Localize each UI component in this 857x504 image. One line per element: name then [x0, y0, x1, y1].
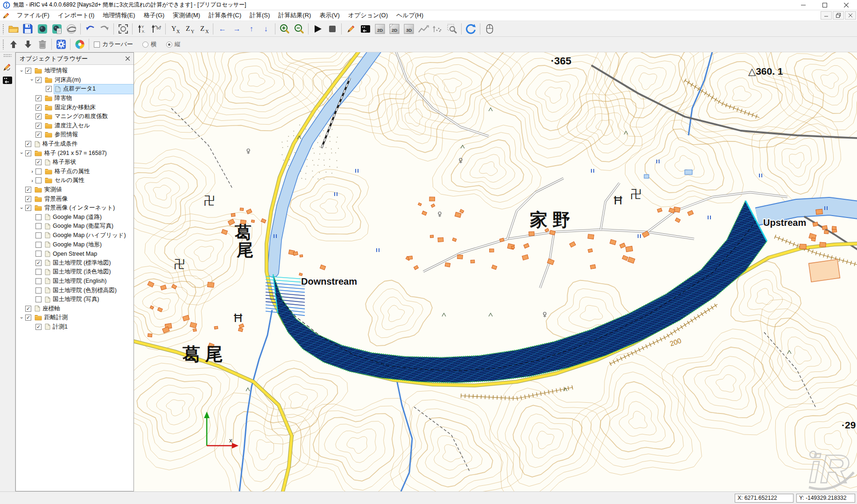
visibility-checkbox[interactable]: ✓ — [35, 77, 42, 83]
visibility-checkbox[interactable]: ✓ — [25, 187, 31, 193]
tree-row[interactable]: ›✓地理情報 — [16, 66, 133, 76]
tree-row[interactable]: ✓マニングの粗度係数 — [16, 112, 133, 121]
collapse-icon[interactable]: › — [29, 77, 35, 83]
tree-item[interactable]: 参照情報 — [44, 130, 133, 140]
view-zx-plane-button[interactable]: ZX — [197, 22, 211, 35]
visibility-checkbox[interactable]: ✓ — [25, 150, 31, 156]
close-button[interactable] — [836, 0, 857, 10]
pan-left-button[interactable]: ← — [215, 22, 230, 35]
tree-row[interactable]: ✓座標軸 — [16, 304, 133, 313]
menu-file[interactable]: ファイル(F) — [13, 10, 54, 21]
visibility-checkbox[interactable]: ✓ — [25, 315, 31, 321]
tree-row[interactable]: ›✓背景画像 (インターネット) — [16, 203, 133, 213]
delete-item-button[interactable] — [35, 38, 49, 51]
tree-item[interactable]: 格子形状 — [44, 158, 133, 167]
snapshot-button[interactable] — [35, 22, 49, 35]
tree-item[interactable]: 格子生成条件 — [34, 140, 133, 149]
visibility-checkbox[interactable]: ✓ — [35, 95, 42, 101]
visibility-checkbox[interactable]: ✓ — [35, 324, 42, 330]
visibility-checkbox[interactable]: ✓ — [35, 260, 42, 266]
menu-simulation[interactable]: 計算(S) — [246, 10, 274, 21]
tree-item[interactable]: 国土地理院 (写真) — [44, 295, 133, 304]
toolbar-grip[interactable] — [2, 24, 5, 34]
radio-horizontal-button[interactable] — [142, 42, 148, 48]
expand-icon[interactable]: › — [29, 178, 35, 183]
visibility-checkbox[interactable] — [35, 269, 42, 275]
collapse-icon[interactable]: › — [19, 205, 25, 211]
menu-view[interactable]: 表示(V) — [315, 10, 344, 21]
open-2d-view-button[interactable]: 2D — [372, 22, 387, 35]
side-toolbar-grip[interactable] — [3, 54, 12, 57]
tree-row[interactable]: ›✓格子 (291 x 57 = 16587) — [16, 148, 133, 158]
tree-row[interactable]: ›セルの属性 — [16, 176, 133, 185]
colorbar-checkbox[interactable]: カラーバー — [94, 40, 133, 49]
tree-item[interactable]: Google Map (地形) — [44, 240, 133, 249]
mouse-hint-button[interactable] — [482, 22, 497, 35]
menu-import[interactable]: インポート(I) — [54, 10, 99, 21]
tree-row[interactable]: ✓計測1 — [16, 322, 133, 332]
reset-rotation-button[interactable]: YX. — [134, 22, 149, 35]
redo-button[interactable] — [97, 22, 112, 35]
object-browser-header[interactable]: オブジェクトブラウザー — [16, 53, 133, 65]
tree-row[interactable]: ✓国土地理院 (標準地図) — [16, 258, 133, 267]
tree-item[interactable]: 国土地理院 (標準地図) — [44, 258, 133, 267]
colorbar-checkbox-box[interactable] — [94, 42, 100, 48]
tree-row[interactable]: ✓障害物 — [16, 94, 133, 103]
visibility-checkbox[interactable] — [35, 242, 42, 248]
open-project-button[interactable] — [6, 22, 21, 35]
zoom-window-button[interactable] — [445, 22, 459, 35]
visibility-checkbox[interactable] — [35, 168, 42, 175]
fit-extent-button[interactable] — [116, 22, 130, 35]
visibility-checkbox[interactable] — [35, 251, 42, 257]
move-up-button[interactable] — [6, 38, 21, 51]
tree-item[interactable]: 背景画像 (インターネット) — [34, 203, 133, 213]
tree-item[interactable]: 計測1 — [44, 322, 133, 332]
tree-item[interactable]: セルの属性 — [44, 176, 133, 185]
visibility-checkbox[interactable] — [35, 287, 42, 294]
background-color-button[interactable] — [72, 38, 87, 51]
menu-measured-values[interactable]: 実測値(M) — [169, 10, 204, 21]
tree-row[interactable]: ✓格子形状 — [16, 158, 133, 167]
tree-item[interactable]: 実測値 — [34, 185, 133, 195]
reload-button[interactable] — [464, 22, 478, 35]
tree-row[interactable]: Google Map (衛星写真) — [16, 222, 133, 231]
menu-grid[interactable]: 格子(G) — [140, 10, 169, 21]
maximize-button[interactable] — [814, 0, 836, 10]
tree-item[interactable]: 国土地理院 (色別標高図) — [44, 286, 133, 295]
toolbar-grip[interactable] — [2, 39, 5, 49]
tree-row[interactable]: ✓背景画像 — [16, 194, 133, 203]
open-2d-bird-view-button[interactable]: 2D — [387, 22, 401, 35]
visibility-checkbox[interactable]: ✓ — [46, 86, 52, 92]
tree-item[interactable]: Google Map (衛星写真) — [44, 222, 133, 231]
tree-row[interactable]: ✓固定床か移動床 — [16, 103, 133, 112]
menu-calc-condition[interactable]: 計算条件(C) — [204, 10, 246, 21]
undo-button[interactable] — [83, 22, 97, 35]
orientation-radio-vertical[interactable]: 縦 — [160, 40, 181, 49]
visibility-checkbox[interactable] — [35, 232, 42, 238]
tree-item[interactable]: 距離計測 — [34, 313, 133, 322]
visibility-checkbox[interactable]: ✓ — [35, 105, 42, 111]
save-project-button[interactable] — [21, 22, 35, 35]
tree-row[interactable]: ›格子点の属性 — [16, 167, 133, 176]
tree-item[interactable]: 地理情報 — [34, 66, 133, 76]
zoom-out-button[interactable] — [292, 22, 306, 35]
copy-snapshot-button[interactable] — [49, 22, 64, 35]
collapse-icon[interactable]: › — [19, 150, 25, 156]
visibility-checkbox[interactable]: ✓ — [35, 123, 42, 129]
tree-item[interactable]: 濃度注入セル — [44, 121, 133, 131]
view-zy-plane-button[interactable]: ZY — [182, 22, 197, 35]
menu-help[interactable]: ヘルプ(H) — [392, 10, 428, 21]
view-yx-plane-button[interactable]: YX — [168, 22, 182, 35]
zoom-in-button[interactable] — [277, 22, 292, 35]
minimize-button[interactable] — [793, 0, 814, 10]
visibility-checkbox[interactable]: ✓ — [35, 132, 42, 138]
visibility-checkbox[interactable] — [35, 278, 42, 284]
tree-item[interactable]: 背景画像 — [34, 194, 133, 203]
map-canvas[interactable]: ·365△360. 1葛尾葛 尾家 野卍卍卍ĦĦDownstreamUpstre… — [134, 52, 857, 491]
tree-row[interactable]: ✓格子生成条件 — [16, 140, 133, 149]
tree-row[interactable]: ✓参照情報 — [16, 130, 133, 140]
move-down-button[interactable] — [21, 38, 35, 51]
tree-row[interactable]: 国土地理院 (淡色地図) — [16, 267, 133, 277]
tree-item[interactable]: 座標軸 — [34, 304, 133, 313]
mdi-restore-button[interactable] — [833, 11, 844, 20]
